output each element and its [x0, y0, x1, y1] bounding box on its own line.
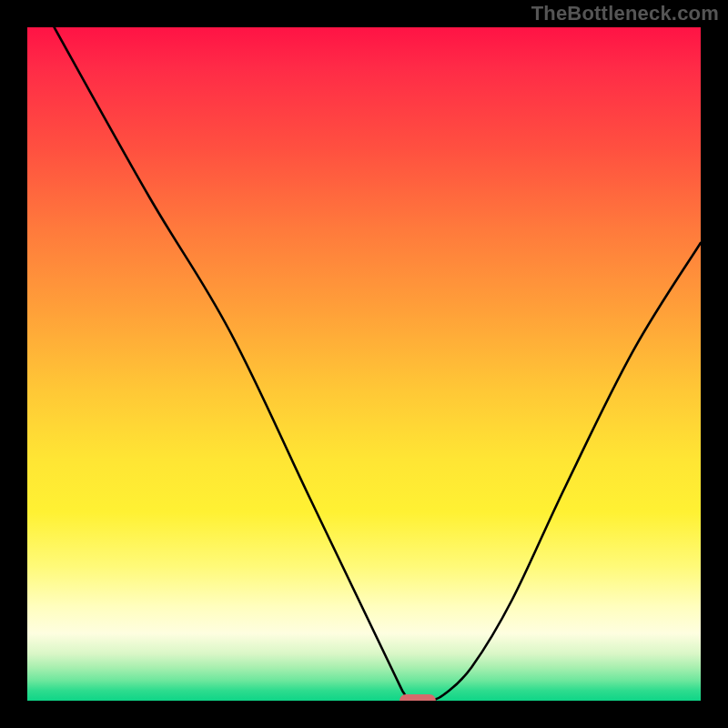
- left-curve: [55, 27, 419, 701]
- watermark-text: TheBottleneck.com: [531, 2, 719, 25]
- right-curve: [431, 243, 701, 701]
- curve-layer: [27, 27, 701, 701]
- bottleneck-marker: [399, 694, 436, 701]
- chart-frame: TheBottleneck.com: [0, 0, 728, 728]
- plot-area: [27, 27, 701, 701]
